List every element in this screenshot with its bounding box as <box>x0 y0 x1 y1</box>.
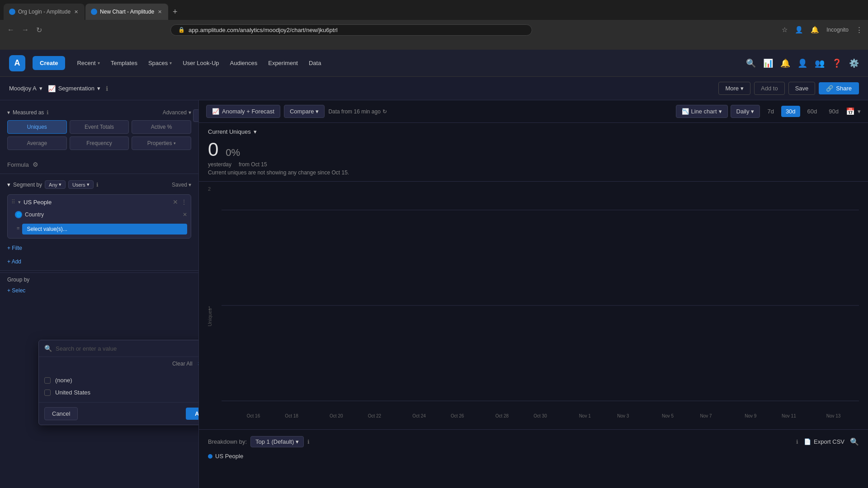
tab-new-chart[interactable]: New Chart - Amplitude ✕ <box>85 4 168 20</box>
svg-text:Nov 3: Nov 3 <box>617 413 629 418</box>
period-60d-button[interactable]: 60d <box>803 106 822 117</box>
svg-text:Oct 30: Oct 30 <box>533 413 547 418</box>
nav-templates[interactable]: Templates <box>106 57 142 69</box>
tab-close-1[interactable]: ✕ <box>73 8 79 16</box>
formula-row: Formula ⚙ <box>0 157 198 172</box>
add-segment-button[interactable]: + Add <box>0 255 198 268</box>
chart-info-icon[interactable]: ℹ <box>106 85 108 92</box>
anomaly-forecast-button[interactable]: 📈 Anomaly + Forecast <box>206 105 280 118</box>
period-90d-button[interactable]: 90d <box>824 106 843 117</box>
chart-icon[interactable]: 📊 <box>763 58 773 68</box>
segment-expand-icon[interactable]: ▾ <box>18 199 21 205</box>
breakdown-help-icon[interactable]: ℹ <box>796 439 798 445</box>
person-icon[interactable]: 👤 <box>797 58 807 68</box>
users-selector[interactable]: Users ▾ <box>68 180 94 189</box>
dropdown-item-united-states[interactable]: United States <box>39 386 199 399</box>
breakdown-label: Breakdown by: <box>208 438 247 445</box>
metric-selector[interactable]: Current Uniques ▾ <box>208 128 859 135</box>
saved-selector[interactable]: Saved ▾ <box>172 182 191 188</box>
clear-all-button[interactable]: Clear All <box>172 361 193 367</box>
dropdown-footer: Cancel Apply <box>39 402 199 425</box>
forward-button[interactable]: → <box>20 24 31 36</box>
tab-org-login[interactable]: Org Login - Amplitude ✕ <box>4 4 85 20</box>
value-selector-trigger[interactable]: Select value(s)... <box>22 224 187 235</box>
period-30d-button[interactable]: 30d <box>781 106 800 117</box>
star-icon[interactable]: ☆ <box>782 26 788 34</box>
save-button[interactable]: Save <box>788 82 816 95</box>
dropdown-search-icon: 🔍 <box>44 345 52 352</box>
extension-icon[interactable]: ⋮ <box>856 26 863 34</box>
daily-selector[interactable]: Daily ▾ <box>731 105 760 118</box>
breakdown-info-icon[interactable]: ℹ <box>307 439 310 445</box>
compare-button[interactable]: Compare ▾ <box>284 105 325 118</box>
export-csv-button[interactable]: 📄 Export CSV <box>804 438 844 445</box>
people-icon[interactable]: 👥 <box>815 58 825 68</box>
saved-chevron-icon: ▾ <box>189 182 191 188</box>
chart-type-selector[interactable]: 📈 Segmentation ▾ <box>48 85 100 92</box>
nav-user-lookup[interactable]: User Look-Up <box>178 57 223 69</box>
bell-icon[interactable]: 🔔 <box>780 58 790 68</box>
create-button[interactable]: Create <box>33 56 65 70</box>
share-button[interactable]: 🔗 Share <box>819 82 859 94</box>
nav-spaces[interactable]: Spaces ▾ <box>144 57 176 69</box>
drag-handle-icon[interactable]: ⠿ <box>11 199 15 205</box>
search-icon[interactable]: 🔍 <box>746 58 756 68</box>
group-by-select-button[interactable]: + Selec <box>7 287 191 294</box>
any-selector[interactable]: Any ▾ <box>45 180 66 189</box>
segment-info-icon[interactable]: ℹ <box>96 182 99 188</box>
measure-average-button[interactable]: Average <box>7 136 67 150</box>
incognito-label: Incognito <box>826 27 849 33</box>
address-bar[interactable]: 🔒 app.amplitude.com/analytics/moodjoy2/c… <box>170 24 532 36</box>
add-filter-button[interactable]: + Filte <box>0 241 198 255</box>
tab-bar: Org Login - Amplitude ✕ New Chart - Ampl… <box>0 0 868 20</box>
help-icon[interactable]: ❓ <box>832 58 842 68</box>
amplitude-logo[interactable]: A <box>9 55 25 71</box>
cancel-button[interactable]: Cancel <box>44 407 78 420</box>
nav-audiences[interactable]: Audiences <box>226 57 262 69</box>
settings-icon[interactable]: ⚙️ <box>849 58 859 68</box>
browser-chrome: Org Login - Amplitude ✕ New Chart - Ampl… <box>0 0 868 50</box>
add-to-button[interactable]: Add to <box>754 82 785 95</box>
calendar-icon[interactable]: 📅 <box>846 107 855 116</box>
org-selector[interactable]: Moodjoy A ▾ <box>9 85 42 92</box>
measured-as-info-icon[interactable]: ℹ <box>47 109 49 116</box>
collapse-panel-button[interactable]: ‹ <box>193 109 199 122</box>
advanced-button[interactable]: Advanced ▾ <box>163 109 191 116</box>
apply-button[interactable]: Apply <box>186 408 199 420</box>
measure-uniques-button[interactable]: Uniques <box>7 120 67 134</box>
notification-icon[interactable]: 🔔 <box>811 26 819 34</box>
reload-button[interactable]: ↻ <box>34 24 44 36</box>
chevron-down-icon: ▾ <box>170 61 172 66</box>
main-nav: Recent ▾ Templates Spaces ▾ User Look-Up… <box>72 57 326 69</box>
measure-frequency-button[interactable]: Frequency <box>70 136 129 150</box>
measure-event-totals-button[interactable]: Event Totals <box>70 120 129 134</box>
main-layout: ‹ ▾ Measured as ℹ Advanced ▾ Uniques Eve… <box>0 100 868 488</box>
line-chart-selector[interactable]: 📉 Line chart ▾ <box>676 105 727 118</box>
svg-text:Oct 28: Oct 28 <box>495 413 509 418</box>
profile-icon[interactable]: 👤 <box>795 26 803 34</box>
segment-more-button[interactable]: ⋮ <box>181 198 187 206</box>
new-tab-button[interactable]: + <box>169 5 181 19</box>
period-7d-button[interactable]: 7d <box>763 106 778 117</box>
nav-experiment[interactable]: Experiment <box>264 57 302 69</box>
country-filter-delete[interactable]: ✕ <box>183 211 187 218</box>
breakdown-selector[interactable]: Top 1 (Default) ▾ <box>250 436 304 447</box>
more-button[interactable]: More ▾ <box>718 82 750 95</box>
measure-properties-button[interactable]: Properties ▾ <box>132 136 191 150</box>
nav-recent[interactable]: Recent ▾ <box>72 57 104 69</box>
back-button[interactable]: ← <box>5 24 16 36</box>
search-data-icon[interactable]: 🔍 <box>850 437 859 446</box>
svg-text:Oct 22: Oct 22 <box>368 413 382 418</box>
dropdown-search-input[interactable] <box>56 345 199 352</box>
dropdown-item-none[interactable]: (none) ⧉ <box>39 374 199 386</box>
tab-close-2[interactable]: ✕ <box>157 8 163 16</box>
checkbox-us[interactable] <box>44 389 51 396</box>
segment-delete-button[interactable]: ✕ <box>173 198 178 206</box>
measure-active-pct-button[interactable]: Active % <box>132 120 191 134</box>
formula-icon[interactable]: ⚙ <box>33 161 38 168</box>
nav-data[interactable]: Data <box>304 57 326 69</box>
refresh-icon[interactable]: ↻ <box>382 108 387 115</box>
formula-label: Formula <box>7 161 29 168</box>
checkbox-none[interactable] <box>44 377 51 384</box>
metric-chevron-icon: ▾ <box>254 128 257 135</box>
